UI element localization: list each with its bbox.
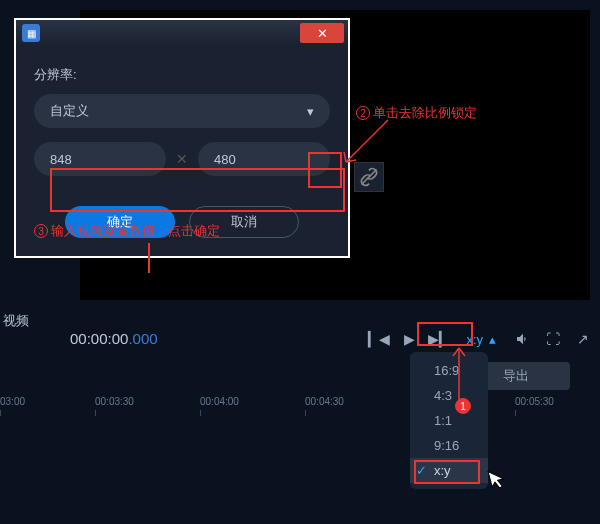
aspect-ratio-menu: 16:9 4:3 1:1 9:16 ✓ x:y	[410, 352, 488, 489]
annotation-3-number: 3	[34, 224, 48, 238]
ruler-tick: 00:04:00	[200, 396, 280, 407]
preset-value: 自定义	[50, 102, 89, 120]
height-input[interactable]: 480	[198, 142, 330, 176]
ruler-tick: 00:03:30	[95, 396, 175, 407]
ratio-option-label: x:y	[434, 463, 451, 478]
fullscreen-button[interactable]: ⛶	[544, 330, 562, 348]
playback-bar: 00:00:00.000 ▎◀ ▶ ▶▎ x:y ▴ ⛶ ↗	[70, 322, 592, 356]
dimension-separator-icon: ✕	[176, 151, 188, 167]
timecode-ms: .000	[128, 330, 157, 347]
chevron-up-icon: ▴	[489, 332, 496, 347]
ratio-option-1-1[interactable]: 1:1	[410, 408, 488, 433]
annotation-2-number: 2	[356, 106, 370, 120]
annotation-2: 2单击去除比例锁定	[356, 104, 477, 122]
width-value: 848	[50, 152, 72, 167]
annotation-2-text: 单击去除比例锁定	[373, 105, 477, 120]
unlink-icon	[359, 167, 379, 187]
ratio-option-9-16[interactable]: 9:16	[410, 433, 488, 458]
chevron-down-icon: ▾	[307, 104, 314, 119]
mouse-cursor-icon	[487, 466, 511, 497]
ruler-ticks: 03:00 00:03:30 00:04:00 00:04:30 00:05:0…	[0, 396, 600, 420]
ruler-tick: 03:00	[0, 396, 80, 407]
ratio-option-16-9[interactable]: 16:9	[410, 358, 488, 383]
timecode: 00:00:00.000	[70, 330, 158, 348]
annotation-3-text: 输入视频宽高数值，点击确定	[51, 223, 220, 238]
timeline-ruler[interactable]: 03:00 00:03:30 00:04:00 00:04:30 00:05:0…	[0, 396, 600, 420]
resolution-preset-select[interactable]: 自定义 ▾	[34, 94, 330, 128]
ratio-option-4-3[interactable]: 4:3	[410, 383, 488, 408]
timecode-hms: 00:00:00	[70, 330, 128, 347]
prev-frame-button[interactable]: ▎◀	[370, 330, 388, 348]
annotation-3: 3输入视频宽高数值，点击确定	[34, 222, 220, 240]
ruler-tick: 00:05:30	[515, 396, 595, 407]
close-button[interactable]: ✕	[300, 23, 344, 43]
height-value: 480	[214, 152, 236, 167]
ratio-option-xy[interactable]: ✓ x:y	[410, 458, 488, 483]
aspect-lock-button[interactable]	[354, 162, 384, 192]
app-icon: ▦	[22, 24, 40, 42]
width-input[interactable]: 848	[34, 142, 166, 176]
ruler-tick: 00:04:30	[305, 396, 385, 407]
ratio-btn-label: x:y	[466, 332, 483, 347]
aspect-ratio-button[interactable]: x:y ▴	[460, 330, 502, 349]
next-frame-button[interactable]: ▶▎	[430, 330, 448, 348]
check-icon: ✓	[416, 463, 427, 478]
popout-button[interactable]: ↗	[574, 330, 592, 348]
dialog-titlebar[interactable]: ▦ ✕	[14, 18, 350, 46]
play-button[interactable]: ▶	[400, 330, 418, 348]
annotation-1: 1	[455, 398, 471, 414]
sidebar-label: 视频	[3, 312, 29, 330]
annotation-1-number: 1	[460, 401, 466, 412]
resolution-label: 分辨率:	[34, 66, 330, 84]
volume-button[interactable]	[514, 330, 532, 348]
